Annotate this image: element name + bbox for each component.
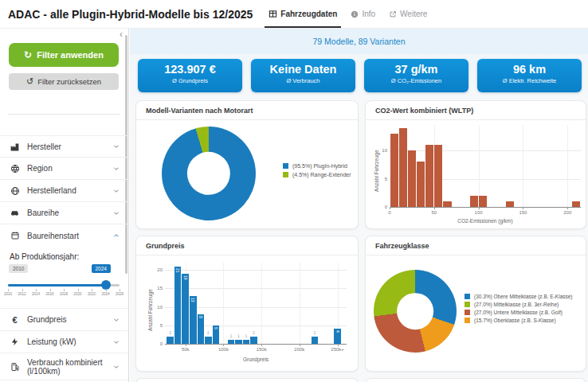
legend-swatch <box>465 318 470 323</box>
legend-label: (15.7%) Oberklasse (z.B. S-Klasse) <box>474 318 556 323</box>
filter-baureihe[interactable]: Baureihe <box>0 202 128 224</box>
kpi-value: 123.907 € <box>138 63 242 76</box>
filter-region[interactable]: Region <box>0 158 128 180</box>
y-tick-label: 0 <box>368 205 387 209</box>
reset-filter-button[interactable]: ↺ Filter zurücksetzen <box>9 73 119 90</box>
tab-fahrzeugdaten[interactable]: Fahrzeugdaten <box>269 0 337 28</box>
bar[interactable]: 2 <box>205 337 212 344</box>
donut-hole <box>397 293 433 329</box>
bar[interactable] <box>443 201 451 207</box>
donut-hole <box>187 152 230 195</box>
bar[interactable]: 2 <box>312 337 319 344</box>
legend-item[interactable]: (4.5%) Range-Extender <box>283 172 351 177</box>
bar[interactable] <box>408 150 416 207</box>
kpi-verbrauch[interactable]: Keine Daten Ø Verbrauch <box>251 59 355 92</box>
bar[interactable]: 5 <box>213 325 220 344</box>
tab-info[interactable]: Info <box>351 0 375 28</box>
x-tick <box>479 207 480 209</box>
bar-value-label: 4 <box>335 330 340 333</box>
bar-value-label: 2 <box>253 331 255 335</box>
bar[interactable] <box>506 201 514 207</box>
gridline <box>165 288 347 289</box>
bar[interactable]: 8 <box>198 314 205 344</box>
chevron-down-icon <box>112 363 120 371</box>
page-title: ADAC - alle Plugin-Hybrid-Modelle bis 12… <box>8 8 253 21</box>
legend-item[interactable]: (27.0%) Untere Mittelklasse (z.B. Golf) <box>465 310 573 315</box>
bar[interactable]: 1 <box>243 340 250 344</box>
kpi-grundpreis[interactable]: 123.907 € Ø Grundpreis <box>138 59 242 92</box>
bar[interactable] <box>572 201 580 207</box>
filter-baureihenstart[interactable]: Baureihenstart <box>0 224 128 247</box>
filter-sidebar: ‹ ↻ Filter anwenden ↺ Filter zurücksetze… <box>0 29 129 382</box>
bar[interactable]: 21 <box>174 267 182 344</box>
kpi-reichweite[interactable]: 96 km Ø Elektr. Reichweite <box>477 59 582 92</box>
slider-tick <box>120 289 120 291</box>
apply-filter-button[interactable]: ↻ Filter anwenden <box>9 43 119 67</box>
bar[interactable] <box>434 145 442 207</box>
bar[interactable] <box>417 162 425 207</box>
bar[interactable]: 4 <box>334 329 341 344</box>
slider-fill <box>8 284 106 286</box>
kpi-co2[interactable]: 37 g/km Ø CO₂-Emissionen <box>364 59 468 92</box>
kpi-label: Ø Verbrauch <box>251 77 355 84</box>
chart-legend: (95.5%) PlugIn-Hybrid(4.5%) Range-Extend… <box>283 163 351 181</box>
year-slider[interactable] <box>8 284 120 286</box>
bar-value-label: 2 <box>314 331 316 335</box>
legend-item[interactable]: (15.7%) Oberklasse (z.B. S-Klasse) <box>465 318 573 323</box>
legend-item[interactable]: (27.0%) Mittelklasse (z.B. 3er-Reihe) <box>465 302 573 307</box>
gridline <box>523 126 523 207</box>
bar[interactable]: 1 <box>235 340 242 344</box>
x-tick <box>186 344 186 346</box>
slider-tick-label: 2012 <box>18 292 25 296</box>
slider-tick <box>8 289 9 291</box>
x-tick-label: 50k <box>182 347 190 352</box>
bar[interactable]: 2 <box>250 337 257 344</box>
chevron-down-icon <box>112 142 120 150</box>
filter-hersteller[interactable]: Hersteller <box>0 135 128 158</box>
x-tick <box>300 344 300 346</box>
x-tick <box>223 344 224 346</box>
slider-tick-label: 2026 <box>116 292 123 296</box>
next-chart-card-partial <box>365 378 586 382</box>
sidebar-collapse-icon[interactable]: ‹ <box>120 29 123 39</box>
y-tick-label: 10 <box>143 305 163 310</box>
slider-tick-label: 2022 <box>88 292 96 296</box>
x-tick <box>523 207 523 209</box>
chevron-down-icon <box>112 187 120 195</box>
bar[interactable]: 1 <box>228 340 235 344</box>
bar[interactable]: 19 <box>182 274 189 344</box>
bar[interactable]: 2 <box>167 337 174 344</box>
legend-item[interactable]: (30.3%) Obere Mittelklasse (z.B. E-Klass… <box>465 294 573 299</box>
tab-label: Weitere <box>400 10 427 18</box>
filter-verbrauch[interactable]: Verbrauch kombiniert (l/100km) <box>0 353 128 380</box>
chevron-down-icon <box>112 209 120 217</box>
filter-list: Hersteller Region Herstellerland <box>0 135 128 380</box>
legend-item[interactable]: (95.5%) PlugIn-Hybrid <box>283 163 351 169</box>
filter-herstellerland[interactable]: Herstellerland <box>0 180 128 202</box>
slider-tick-label: 2014 <box>32 292 40 296</box>
undo-icon: ↺ <box>26 78 33 85</box>
kpi-value: Keine Daten <box>251 63 355 76</box>
production-year-label: Ab Produktionsjahr: <box>10 252 79 261</box>
bar[interactable] <box>479 196 487 207</box>
filter-grundpreis[interactable]: € Grundpreis <box>0 309 128 331</box>
y-axis-label: Anzahl Fahrzeuge <box>374 150 379 192</box>
tab-weitere[interactable]: Weitere <box>389 0 427 28</box>
x-tick <box>434 207 435 209</box>
x-tick <box>261 344 262 346</box>
chart-legend: (30.3%) Obere Mittelklasse (z.B. E-Klass… <box>465 294 573 325</box>
plot-area-co2[interactable]: 0510050100150200 <box>390 126 581 208</box>
y-tick-label: 10 <box>368 148 387 153</box>
bar[interactable] <box>425 145 433 207</box>
bar[interactable] <box>390 134 398 207</box>
bar[interactable] <box>470 196 478 207</box>
legend-swatch <box>465 294 470 299</box>
bar[interactable] <box>399 128 407 207</box>
donut-chart-motorart[interactable] <box>162 127 256 220</box>
bar-value-label: 8 <box>198 316 203 318</box>
bar[interactable]: 13 <box>190 296 197 344</box>
plot-area-grundpreis[interactable]: 0510152050k100k150k200k250k+221191382511… <box>165 263 347 345</box>
chevron-down-icon <box>112 316 120 324</box>
donut-chart-fahrzeugklasse[interactable] <box>374 270 457 353</box>
filter-leistung[interactable]: Leistung (kW) <box>0 331 128 353</box>
